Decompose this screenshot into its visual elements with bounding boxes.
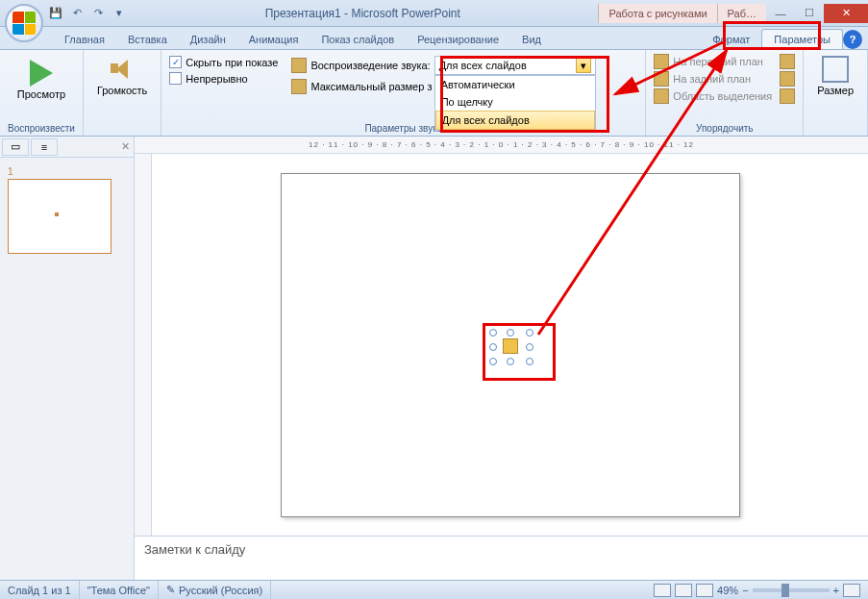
ribbon-tabs: Главная Вставка Дизайн Анимация Показ сл… [0,27,868,50]
main-area: 12 · 11 · 10 · 9 · 8 · 7 · 6 · 5 · 4 · 3… [135,137,868,580]
bring-front-button[interactable]: На передний план [654,54,772,69]
checkbox-icon[interactable]: ✓ [169,56,182,68]
loop-checkbox-row[interactable]: Непрерывно [169,70,278,87]
dropdown-list: Автоматически По щелчку Для всех слайдов [434,75,596,131]
status-theme: "Тема Office" [80,581,159,599]
save-icon[interactable]: 💾 [48,6,63,21]
horizontal-ruler: 12 · 11 · 10 · 9 · 8 · 7 · 6 · 5 · 4 · 3… [135,137,868,154]
chevron-down-icon[interactable]: ▾ [576,58,591,73]
help-icon[interactable]: ? [843,30,862,49]
thumbnail-audio-icon [55,212,59,216]
checkbox-icon[interactable] [169,72,182,85]
group-sound-options: ✓ Скрыть при показе Непрерывно Воспроизв… [161,50,646,136]
minimize-button[interactable]: — [766,4,795,23]
dropdown-selected: Для всех слайдов [439,60,527,71]
dropdown-option-click[interactable]: По щелчку [435,93,595,111]
align-button[interactable] [780,54,795,69]
quick-access-toolbar: 💾 ↶ ↷ ▾ [48,6,127,21]
thumbnail-number: 1 [8,166,13,177]
send-back-icon [654,71,669,87]
group-label-preview: Воспроизвести [8,123,75,134]
view-slideshow-button[interactable] [696,584,713,597]
slide-canvas[interactable] [152,154,868,536]
volume-label: Громкость [97,85,147,96]
align-icon [780,54,795,69]
size-button[interactable]: Размер [811,54,859,98]
slides-panel: ▭ ≡ ✕ 1 [0,137,135,580]
context-tab-truncated[interactable]: Раб… [717,4,766,23]
group-label-arrange: Упорядочить [654,123,795,134]
tab-parameters[interactable]: Параметры [761,29,843,49]
context-tab-picture-tools[interactable]: Работа с рисунками [598,4,716,23]
zoom-percent: 49% [717,585,738,596]
rotate-button[interactable] [780,88,795,104]
tab-home[interactable]: Главная [53,30,116,49]
rotate-icon [780,88,795,104]
qat-more-icon[interactable]: ▾ [112,6,127,21]
redo-icon[interactable]: ↷ [90,6,106,21]
group-label-size [811,123,859,134]
close-button[interactable]: ✕ [824,4,868,23]
send-back-button[interactable]: На задний план [654,71,772,87]
group-arrange: На передний план На задний план Область … [646,50,804,136]
zoom-out-button[interactable]: − [742,585,748,596]
sound-icon [291,58,307,73]
tab-animation[interactable]: Анимация [237,30,310,49]
play-sound-label: Воспроизведение звука: [310,60,430,71]
group-button[interactable] [780,71,795,87]
slide[interactable] [281,173,740,517]
language-icon: ✎ [166,584,175,596]
group-volume: Громкость [84,50,161,136]
tab-slideshow[interactable]: Показ слайдов [310,30,406,49]
slide-thumbnail[interactable] [8,179,112,254]
zoom-in-button[interactable]: + [833,585,839,596]
send-back-label: На задний план [673,73,751,85]
slides-tab[interactable]: ▭ [2,138,29,156]
speaker-icon [503,338,518,354]
notes-pane[interactable]: Заметки к слайду [135,536,868,580]
group-label-volume [91,123,153,134]
status-language[interactable]: ✎ Русский (Россия) [159,581,271,599]
selection-pane-button[interactable]: Область выделения [654,88,772,104]
play-sound-dropdown[interactable]: Для всех слайдов ▾ Автоматически По щелч… [434,56,596,75]
fit-button[interactable] [843,584,860,597]
panel-close-icon[interactable]: ✕ [121,140,130,153]
bring-front-label: На передний план [673,56,763,67]
workspace: ▭ ≡ ✕ 1 12 · 11 · 10 · 9 · 8 · 7 · 6 · 5… [0,137,868,580]
loop-label: Непрерывно [186,73,247,85]
status-language-label: Русский (Россия) [179,585,262,596]
window-controls: — ☐ ✕ [766,4,868,23]
status-slide: Слайд 1 из 1 [0,581,80,599]
zoom-slider[interactable] [753,588,830,592]
max-size-label: Максимальный размер з [310,81,432,92]
undo-icon[interactable]: ↶ [69,6,85,21]
audio-object[interactable] [493,333,530,362]
selection-pane-label: Область выделения [673,90,772,102]
bring-front-icon [654,54,669,69]
hide-checkbox-row[interactable]: ✓ Скрыть при показе [169,54,278,70]
office-button[interactable] [5,4,43,42]
view-normal-button[interactable] [654,584,671,597]
tab-review[interactable]: Рецензирование [406,30,510,49]
preview-button[interactable]: Просмотр [8,54,75,102]
view-sorter-button[interactable] [675,584,692,597]
tab-design[interactable]: Дизайн [179,30,237,49]
selection-pane-icon [654,88,669,104]
size-label: Размер [817,85,854,96]
tab-view[interactable]: Вид [510,30,553,49]
group-size: Размер [804,50,868,136]
dropdown-option-auto[interactable]: Автоматически [435,76,595,93]
status-bar: Слайд 1 из 1 "Тема Office" ✎ Русский (Ро… [0,580,868,599]
size-icon [291,79,307,94]
preview-label: Просмотр [17,88,65,100]
volume-button[interactable]: Громкость [91,54,153,98]
outline-tab[interactable]: ≡ [31,138,58,156]
vertical-ruler [135,154,152,536]
tab-insert[interactable]: Вставка [116,30,179,49]
tab-format[interactable]: Формат [701,30,761,49]
ribbon: Просмотр Воспроизвести Громкость ✓ Скрыт… [0,50,868,137]
maximize-button[interactable]: ☐ [795,4,824,23]
dropdown-option-all-slides[interactable]: Для всех слайдов [435,111,595,130]
speaker-icon [109,56,136,83]
titlebar: 💾 ↶ ↷ ▾ Презентация1 - Microsoft PowerPo… [0,0,868,27]
